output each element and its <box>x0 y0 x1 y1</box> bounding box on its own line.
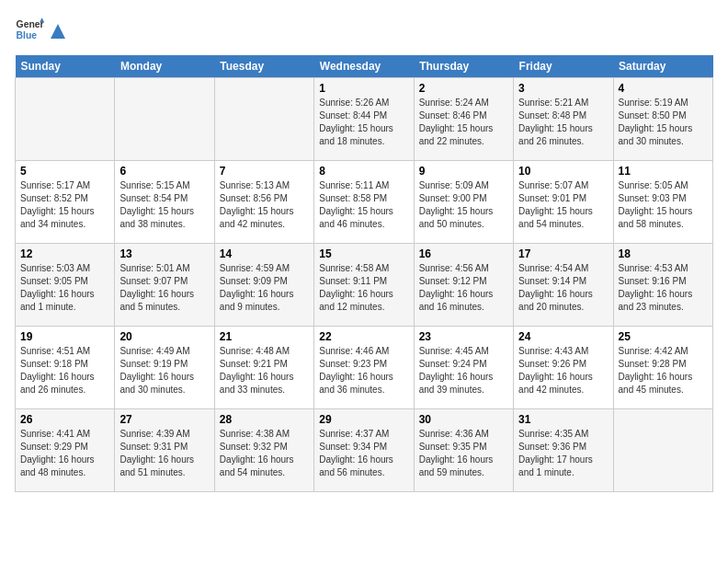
day-info: Sunrise: 5:05 AM Sunset: 9:03 PM Dayligh… <box>619 179 708 231</box>
day-info: Sunrise: 4:36 AM Sunset: 9:35 PM Dayligh… <box>419 428 508 479</box>
day-number: 1 <box>319 82 408 95</box>
calendar-cell: 9Sunrise: 5:09 AM Sunset: 9:00 PM Daylig… <box>414 161 513 244</box>
day-number: 7 <box>220 165 309 178</box>
day-info: Sunrise: 4:46 AM Sunset: 9:23 PM Dayligh… <box>319 345 408 396</box>
day-info: Sunrise: 4:37 AM Sunset: 9:34 PM Dayligh… <box>319 428 408 479</box>
day-number: 2 <box>419 82 508 95</box>
day-number: 29 <box>319 413 408 426</box>
weekday-thursday: Thursday <box>414 55 513 78</box>
calendar-cell <box>16 78 115 161</box>
day-info: Sunrise: 5:24 AM Sunset: 8:46 PM Dayligh… <box>419 97 508 148</box>
day-info: Sunrise: 5:26 AM Sunset: 8:44 PM Dayligh… <box>319 97 408 148</box>
day-number: 10 <box>518 165 608 178</box>
calendar-table: SundayMondayTuesdayWednesdayThursdayFrid… <box>15 55 713 492</box>
day-info: Sunrise: 4:45 AM Sunset: 9:24 PM Dayligh… <box>419 345 508 396</box>
calendar-week-1: 1Sunrise: 5:26 AM Sunset: 8:44 PM Daylig… <box>16 78 713 161</box>
day-info: Sunrise: 5:09 AM Sunset: 9:00 PM Dayligh… <box>419 179 508 231</box>
day-info: Sunrise: 4:35 AM Sunset: 9:36 PM Dayligh… <box>518 428 608 479</box>
calendar-cell: 6Sunrise: 5:15 AM Sunset: 8:54 PM Daylig… <box>115 161 214 244</box>
calendar-cell: 17Sunrise: 4:54 AM Sunset: 9:14 PM Dayli… <box>514 244 613 327</box>
day-number: 12 <box>20 247 109 260</box>
day-number: 19 <box>20 330 109 343</box>
weekday-sunday: Sunday <box>16 55 115 78</box>
day-number: 30 <box>419 413 508 426</box>
day-info: Sunrise: 5:13 AM Sunset: 8:56 PM Dayligh… <box>220 179 309 231</box>
weekday-tuesday: Tuesday <box>214 55 313 78</box>
day-info: Sunrise: 5:07 AM Sunset: 9:01 PM Dayligh… <box>518 179 608 231</box>
calendar-cell: 15Sunrise: 4:58 AM Sunset: 9:11 PM Dayli… <box>314 244 414 327</box>
day-number: 21 <box>220 330 309 343</box>
day-number: 25 <box>619 330 708 343</box>
calendar-cell: 19Sunrise: 4:51 AM Sunset: 9:18 PM Dayli… <box>16 327 115 409</box>
day-number: 9 <box>419 165 508 178</box>
day-number: 28 <box>220 413 309 426</box>
weekday-wednesday: Wednesday <box>314 55 414 78</box>
calendar-cell: 29Sunrise: 4:37 AM Sunset: 9:34 PM Dayli… <box>314 409 414 492</box>
day-number: 8 <box>319 165 408 178</box>
logo-triangle-icon <box>49 22 67 40</box>
page-header: General Blue <box>15 15 713 44</box>
day-info: Sunrise: 4:59 AM Sunset: 9:09 PM Dayligh… <box>220 262 309 314</box>
day-info: Sunrise: 5:19 AM Sunset: 8:50 PM Dayligh… <box>619 97 708 148</box>
day-number: 22 <box>319 330 408 343</box>
calendar-cell: 22Sunrise: 4:46 AM Sunset: 9:23 PM Dayli… <box>314 327 414 409</box>
calendar-cell: 5Sunrise: 5:17 AM Sunset: 8:52 PM Daylig… <box>16 161 115 244</box>
calendar-cell <box>214 78 313 161</box>
calendar-week-4: 19Sunrise: 4:51 AM Sunset: 9:18 PM Dayli… <box>16 327 713 409</box>
calendar-week-5: 26Sunrise: 4:41 AM Sunset: 9:29 PM Dayli… <box>16 409 713 492</box>
day-info: Sunrise: 5:17 AM Sunset: 8:52 PM Dayligh… <box>20 179 109 231</box>
calendar-cell: 16Sunrise: 4:56 AM Sunset: 9:12 PM Dayli… <box>414 244 513 327</box>
calendar-cell: 11Sunrise: 5:05 AM Sunset: 9:03 PM Dayli… <box>613 161 712 244</box>
day-info: Sunrise: 5:11 AM Sunset: 8:58 PM Dayligh… <box>319 179 408 231</box>
day-info: Sunrise: 5:21 AM Sunset: 8:48 PM Dayligh… <box>518 97 608 148</box>
day-number: 26 <box>20 413 109 426</box>
calendar-cell: 8Sunrise: 5:11 AM Sunset: 8:58 PM Daylig… <box>314 161 414 244</box>
calendar-cell: 25Sunrise: 4:42 AM Sunset: 9:28 PM Dayli… <box>613 327 712 409</box>
calendar-cell: 18Sunrise: 4:53 AM Sunset: 9:16 PM Dayli… <box>613 244 712 327</box>
day-info: Sunrise: 5:03 AM Sunset: 9:05 PM Dayligh… <box>20 262 109 314</box>
day-number: 17 <box>518 247 608 260</box>
day-info: Sunrise: 4:49 AM Sunset: 9:19 PM Dayligh… <box>119 345 209 396</box>
day-number: 5 <box>20 165 109 178</box>
calendar-cell: 1Sunrise: 5:26 AM Sunset: 8:44 PM Daylig… <box>314 78 414 161</box>
day-info: Sunrise: 4:54 AM Sunset: 9:14 PM Dayligh… <box>518 262 608 314</box>
calendar-cell: 3Sunrise: 5:21 AM Sunset: 8:48 PM Daylig… <box>514 78 613 161</box>
day-number: 6 <box>119 165 209 178</box>
calendar-body: 1Sunrise: 5:26 AM Sunset: 8:44 PM Daylig… <box>16 78 713 492</box>
day-info: Sunrise: 4:42 AM Sunset: 9:28 PM Dayligh… <box>619 345 708 396</box>
svg-marker-4 <box>51 24 65 39</box>
day-info: Sunrise: 5:15 AM Sunset: 8:54 PM Dayligh… <box>119 179 209 231</box>
day-number: 3 <box>518 82 608 95</box>
logo-icon: General Blue <box>15 15 44 44</box>
svg-text:Blue: Blue <box>17 30 38 40</box>
day-info: Sunrise: 4:43 AM Sunset: 9:26 PM Dayligh… <box>518 345 608 396</box>
calendar-cell: 4Sunrise: 5:19 AM Sunset: 8:50 PM Daylig… <box>613 78 712 161</box>
calendar-cell: 10Sunrise: 5:07 AM Sunset: 9:01 PM Dayli… <box>514 161 613 244</box>
day-number: 27 <box>119 413 209 426</box>
svg-text:General: General <box>17 19 44 29</box>
day-info: Sunrise: 4:48 AM Sunset: 9:21 PM Dayligh… <box>220 345 309 396</box>
calendar-cell: 12Sunrise: 5:03 AM Sunset: 9:05 PM Dayli… <box>16 244 115 327</box>
day-number: 20 <box>119 330 209 343</box>
calendar-cell: 13Sunrise: 5:01 AM Sunset: 9:07 PM Dayli… <box>115 244 214 327</box>
day-number: 14 <box>220 247 309 260</box>
weekday-friday: Friday <box>514 55 613 78</box>
calendar-cell: 24Sunrise: 4:43 AM Sunset: 9:26 PM Dayli… <box>514 327 613 409</box>
day-number: 4 <box>619 82 708 95</box>
calendar-cell: 23Sunrise: 4:45 AM Sunset: 9:24 PM Dayli… <box>414 327 513 409</box>
calendar-cell <box>613 409 712 492</box>
day-info: Sunrise: 4:58 AM Sunset: 9:11 PM Dayligh… <box>319 262 408 314</box>
calendar-week-3: 12Sunrise: 5:03 AM Sunset: 9:05 PM Dayli… <box>16 244 713 327</box>
day-number: 16 <box>419 247 508 260</box>
weekday-saturday: Saturday <box>613 55 712 78</box>
day-info: Sunrise: 4:56 AM Sunset: 9:12 PM Dayligh… <box>419 262 508 314</box>
calendar-cell: 26Sunrise: 4:41 AM Sunset: 9:29 PM Dayli… <box>16 409 115 492</box>
day-info: Sunrise: 4:51 AM Sunset: 9:18 PM Dayligh… <box>20 345 109 396</box>
calendar-cell: 21Sunrise: 4:48 AM Sunset: 9:21 PM Dayli… <box>214 327 313 409</box>
calendar-cell <box>115 78 214 161</box>
day-number: 23 <box>419 330 508 343</box>
day-info: Sunrise: 4:53 AM Sunset: 9:16 PM Dayligh… <box>619 262 708 314</box>
weekday-monday: Monday <box>115 55 214 78</box>
calendar-cell: 30Sunrise: 4:36 AM Sunset: 9:35 PM Dayli… <box>414 409 513 492</box>
logo: General Blue <box>15 15 68 44</box>
